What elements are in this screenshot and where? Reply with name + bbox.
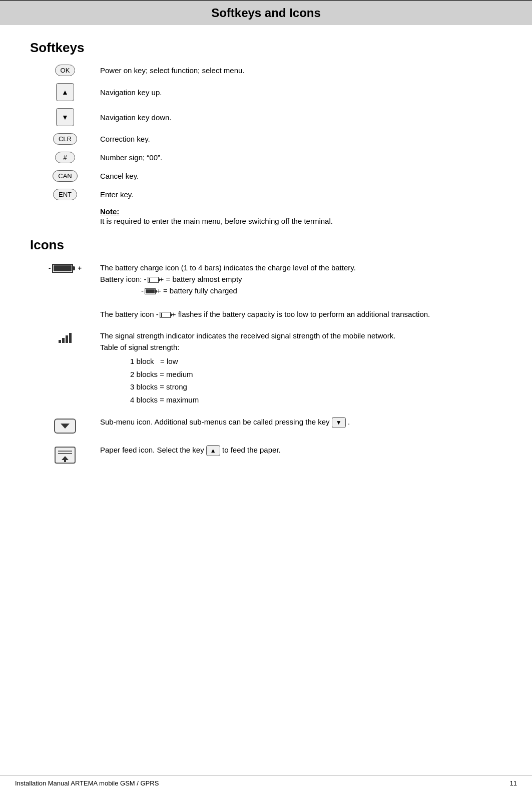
- icon-row-battery: - + The battery charge icon (1 to 4 bars…: [30, 262, 502, 320]
- note-box: Note: It is required to enter the main m…: [100, 207, 502, 227]
- battery-icon-description: The battery charge icon (1 to 4 bars) in…: [100, 262, 502, 320]
- clr-key-description: Correction key.: [100, 135, 502, 143]
- submenu-desc-text: Sub-menu icon. Additional sub-menus can …: [100, 418, 332, 426]
- nav-down-key-description: Navigation key down.: [100, 113, 502, 122]
- paperfeed-desc-after: to feed the paper.: [222, 446, 281, 454]
- hash-key-icon-area: #: [30, 152, 100, 163]
- can-key-button[interactable]: CAN: [53, 170, 77, 182]
- paperfeed-inline-key: ▲: [206, 445, 220, 456]
- softkey-row-clr: CLR Correction key.: [30, 133, 502, 145]
- nav-up-key-description: Navigation key up.: [100, 88, 502, 97]
- battery-desc-line1: The battery charge icon (1 to 4 bars) in…: [100, 263, 356, 272]
- signal-bar-1: [59, 340, 61, 343]
- nav-up-key-icon-area: ▲: [30, 83, 100, 101]
- signal-desc-table-label: Table of signal strength:: [100, 343, 179, 351]
- nav-down-key-icon-area: ▼: [30, 108, 100, 126]
- ok-key-button[interactable]: OK: [55, 65, 76, 76]
- battery-body-full: [52, 264, 73, 273]
- ent-key-description: Enter key.: [100, 190, 502, 199]
- softkey-row-nav-up: ▲ Navigation key up.: [30, 83, 502, 101]
- battery-desc-line3: -+ = battery fully charged: [141, 286, 237, 295]
- battery-full-icon: - +: [49, 264, 82, 273]
- signal-table-row-4: 4 blocks = maximum: [130, 393, 502, 407]
- signal-table-row-3: 3 blocks = strong: [130, 380, 502, 393]
- signal-table: 1 block = low 2 blocks = medium 3 blocks…: [130, 355, 502, 406]
- icon-row-paperfeed: Paper feed icon. Select the key ▲ to fee…: [30, 444, 502, 464]
- softkey-row-ok: OK Power on key; select function; select…: [30, 65, 502, 76]
- submenu-desc-period: .: [348, 418, 350, 426]
- ok-key-icon-area: OK: [30, 65, 100, 76]
- signal-icon-area: [30, 330, 100, 343]
- clr-key-button[interactable]: CLR: [53, 133, 77, 145]
- softkey-row-can: CAN Cancel key.: [30, 170, 502, 182]
- footer-right: 11: [510, 779, 517, 787]
- battery-full-inline: [144, 288, 157, 294]
- signal-icon-description: The signal strength indicator indicates …: [100, 330, 502, 407]
- softkey-row-hash: # Number sign; “00”.: [30, 152, 502, 163]
- hash-key-description: Number sign; “00”.: [100, 153, 502, 162]
- icons-section-title: Icons: [30, 237, 502, 253]
- page-footer: Installation Manual ARTEMA mobile GSM / …: [0, 775, 532, 791]
- clr-key-icon-area: CLR: [30, 133, 100, 145]
- paperfeed-desc-text: Paper feed icon. Select the key: [100, 446, 206, 454]
- battery-desc-line2: Battery icon: -+ = battery almost empty: [100, 275, 242, 283]
- battery-icon-area: - +: [30, 262, 100, 273]
- battery-empty-inline: [147, 277, 160, 283]
- note-text: It is required to enter the main menu, b…: [100, 216, 502, 227]
- ent-key-button[interactable]: ENT: [53, 189, 77, 200]
- softkey-row-ent: ENT Enter key.: [30, 189, 502, 200]
- paperfeed-icon-description: Paper feed icon. Select the key ▲ to fee…: [100, 444, 502, 456]
- softkeys-section-title: Softkeys: [30, 40, 502, 56]
- ent-key-icon-area: ENT: [30, 189, 100, 200]
- svg-rect-6: [64, 460, 66, 462]
- nav-up-key-button[interactable]: ▲: [56, 83, 74, 101]
- signal-bar-3: [66, 335, 68, 343]
- footer-left: Installation Manual ARTEMA mobile GSM / …: [15, 779, 159, 787]
- paperfeed-svg-icon: [54, 446, 76, 464]
- hash-key-button[interactable]: #: [55, 152, 75, 163]
- can-key-description: Cancel key.: [100, 172, 502, 180]
- paperfeed-icon-area: [30, 444, 100, 464]
- submenu-inline-key: ▼: [332, 417, 346, 428]
- signal-bar-4: [69, 333, 72, 343]
- signal-desc-line1: The signal strength indicator indicates …: [100, 331, 395, 340]
- signal-table-row-1: 1 block = low: [130, 355, 502, 368]
- submenu-icon-description: Sub-menu icon. Additional sub-menus can …: [100, 416, 502, 428]
- can-key-icon-area: CAN: [30, 170, 100, 182]
- battery-flash-inline: [159, 312, 172, 318]
- note-title: Note:: [100, 207, 119, 216]
- signal-table-row-2: 2 blocks = medium: [130, 368, 502, 381]
- softkey-row-nav-down: ▼ Navigation key down.: [30, 108, 502, 126]
- nav-down-key-button[interactable]: ▼: [56, 108, 74, 126]
- signal-bar-2: [62, 338, 65, 343]
- signal-strength-icon: [59, 332, 72, 343]
- main-content: Softkeys OK Power on key; select functio…: [0, 25, 532, 484]
- submenu-svg-icon: [54, 418, 77, 434]
- ok-key-description: Power on key; select function; select me…: [100, 66, 502, 75]
- submenu-icon-area: [30, 416, 100, 434]
- page-header: Softkeys and Icons: [0, 0, 532, 25]
- icon-row-signal: The signal strength indicator indicates …: [30, 330, 502, 407]
- battery-desc-line4: The battery icon -+ flashes if the batte…: [100, 310, 430, 318]
- icon-row-submenu: Sub-menu icon. Additional sub-menus can …: [30, 416, 502, 434]
- page-title: Softkeys and Icons: [15, 6, 517, 20]
